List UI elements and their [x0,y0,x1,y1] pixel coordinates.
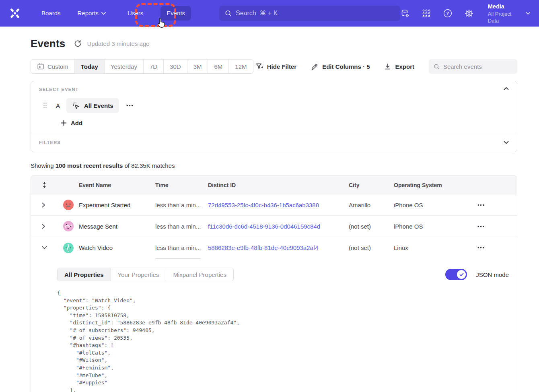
clause-letter: A [56,102,62,109]
global-search-input[interactable] [236,10,395,17]
date-option-12m[interactable]: 12M [229,60,253,73]
column-header-time[interactable]: Time [155,182,208,188]
collapse-row-icon[interactable] [31,246,56,250]
table-row[interactable]: Experiment Started less than a min... 72… [31,194,517,216]
expand-row-icon[interactable] [31,224,56,229]
divider [155,258,201,259]
refresh-icon[interactable] [74,40,82,48]
calendar-icon [37,63,44,70]
check-icon [459,273,464,276]
nav-item-boards[interactable]: Boards [35,6,67,21]
nav-item-reports[interactable]: Reports [72,6,112,21]
edit-columns-button[interactable]: Edit Columns · 5 [311,63,370,70]
avatar [63,243,74,253]
tab-all-properties[interactable]: All Properties [58,268,111,281]
collapse-section-icon[interactable] [504,87,509,90]
column-header-os[interactable]: Operating System [394,182,470,188]
cell-time: less than a min... [155,244,208,251]
chevron-down-icon [526,12,530,15]
svg-text:?: ? [446,11,449,16]
toggle-knob [457,270,466,279]
query-builder-card: SELECT EVENT A All Events [31,81,517,152]
cell-distinct-id[interactable]: f11c30d6-dc6d-4518-9136-0d046159c84d [208,223,349,230]
json-code: { "event": "Watch Video", "properties": … [57,289,509,392]
cell-distinct-id[interactable]: 72d49553-25fc-4f0c-b436-1b5ac6ab3388 [208,202,349,208]
mixpanel-logo-icon[interactable] [9,7,21,19]
updated-timestamp: Updated 3 minutes ago [87,40,149,47]
add-event-button[interactable]: Add [61,120,82,126]
cell-os: iPhone OS [394,202,470,208]
row-more-icon[interactable] [470,225,517,227]
filters-label: FILTERS [39,140,61,145]
filter-funnel-icon [255,62,263,70]
table-row[interactable]: Message Sent less than a min... f11c30d6… [31,216,517,237]
download-icon [384,63,391,70]
date-option-custom[interactable]: Custom [31,60,75,73]
data-management-icon[interactable] [400,8,410,18]
date-option-3m[interactable]: 3M [187,60,208,73]
pencil-icon [311,63,319,70]
cell-time: less than a min... [155,223,208,230]
settings-gear-icon[interactable] [464,8,474,18]
tab-your-properties[interactable]: Your Properties [111,268,167,281]
row-more-icon[interactable] [470,204,517,206]
date-option-yesterday[interactable]: Yesterday [105,60,144,73]
drag-handle-icon[interactable] [43,102,49,109]
json-mode-label: JSON mode [476,271,509,278]
export-button[interactable]: Export [384,63,414,70]
search-icon [225,10,232,17]
help-icon[interactable]: ? [443,8,453,18]
events-page: Events Updated 3 minutes ago Custom Toda… [0,37,539,392]
table-header: Event Name Time Distinct ID City Operati… [31,176,517,194]
cell-event-name: Watch Video [79,244,155,251]
select-event-label: SELECT EVENT [39,87,509,92]
column-header-distinct-id[interactable]: Distinct ID [208,182,349,188]
nav-utilities: ? Media All Project Data [400,3,530,24]
cell-city: (not set) [349,244,394,251]
top-navigation-bar: Boards Reports Users Events [0,0,539,27]
cell-event-name: Message Sent [79,223,155,230]
results-summary: Showing 100 most recent results of 82.35… [31,162,517,169]
search-icon [434,63,440,70]
filters-section[interactable]: FILTERS [31,133,517,152]
event-selector-button[interactable]: All Events [66,98,119,113]
project-selector[interactable]: Media All Project Data [488,3,530,24]
all-events-cursor-icon [72,101,80,110]
page-title: Events [31,37,65,50]
cell-time: less than a min... [155,202,208,208]
search-events-input[interactable] [443,63,512,70]
expand-filters-icon[interactable] [504,141,509,144]
event-clause-more-icon[interactable] [126,105,133,107]
avatar [63,221,74,231]
column-header-event-name[interactable]: Event Name [79,182,155,188]
date-range-selector: Custom Today Yesterday 7D 30D 3M 6M 12M [31,59,253,74]
expand-row-icon[interactable] [31,202,56,208]
project-name: Media [488,3,522,10]
row-more-icon[interactable] [470,247,517,249]
properties-tabs: All Properties Your Properties Mixpanel … [57,268,234,281]
date-option-6m[interactable]: 6M [208,60,229,73]
apps-grid-icon[interactable] [422,8,431,18]
avatar [63,200,74,210]
event-clause-row: A All Events [39,98,509,113]
cell-distinct-id[interactable]: 5886283e-e9fb-48fb-81de-40e9093a2af4 [208,244,349,251]
events-table: Event Name Time Distinct ID City Operati… [31,175,517,392]
cell-os: Linux [394,244,470,251]
date-option-30d[interactable]: 30D [164,60,187,73]
project-subtitle: All Project Data [488,10,522,24]
cell-os: iPhone OS [394,223,470,230]
column-header-city[interactable]: City [349,182,394,188]
nav-item-events[interactable]: Events [160,6,191,21]
collapse-all-icon[interactable] [31,182,56,188]
cell-city: (not set) [349,223,394,230]
tab-mixpanel-properties[interactable]: Mixpanel Properties [166,268,233,281]
chevron-down-icon [101,12,106,15]
date-option-7d[interactable]: 7D [144,60,164,73]
nav-item-users[interactable]: Users [121,6,149,21]
hide-filter-button[interactable]: Hide Filter [255,62,296,70]
json-mode-toggle[interactable] [445,269,467,280]
table-row[interactable]: Watch Video less than a min... 5886283e-… [31,237,517,258]
search-events-field[interactable] [429,59,517,74]
date-option-today[interactable]: Today [75,60,105,73]
global-search[interactable] [219,6,400,21]
